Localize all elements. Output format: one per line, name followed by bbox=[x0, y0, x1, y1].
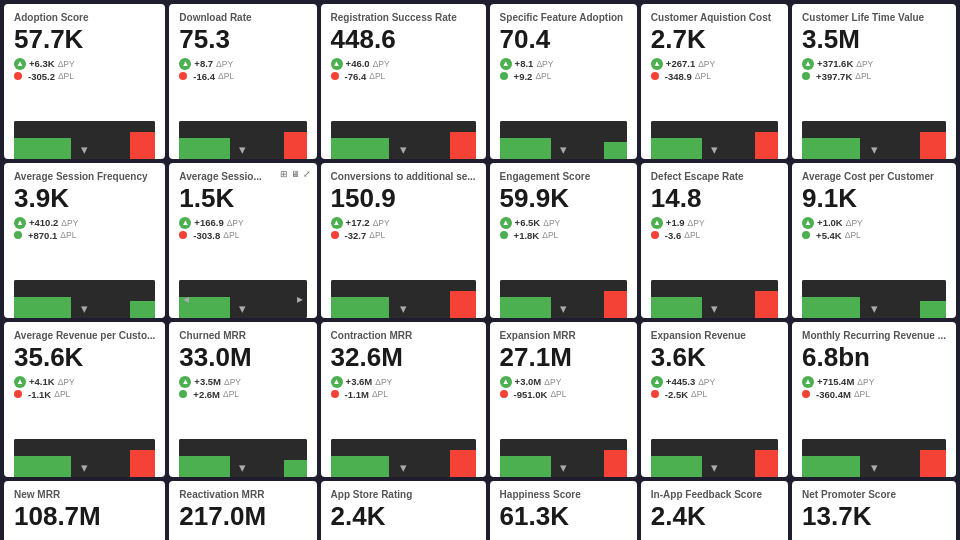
card-chart: ▾ bbox=[500, 121, 627, 159]
delta-py: ▲+17.2 ΔPY bbox=[331, 217, 476, 229]
card-value: 33.0M bbox=[179, 343, 306, 372]
delta-pl-value: -3.6 bbox=[665, 230, 681, 241]
metric-card[interactable]: Reactivation MRR217.0M bbox=[169, 481, 316, 540]
card-deltas: ▲+4.1K ΔPY-1.1K ΔPL bbox=[14, 376, 155, 400]
expand-icon[interactable]: ⤢ bbox=[303, 169, 311, 179]
delta-pl-red-icon bbox=[651, 72, 659, 80]
delta-green-icon: ▲ bbox=[14, 58, 26, 70]
metric-card[interactable]: Contraction MRR32.6M▲+3.6M ΔPY-1.1M ΔPL▾ bbox=[321, 322, 486, 477]
delta-py: ▲+1.9 ΔPY bbox=[651, 217, 778, 229]
dashboard-grid[interactable]: Adoption Score57.7K▲+6.3K ΔPY-305.2 ΔPL▾… bbox=[0, 0, 960, 540]
card-value: 75.3 bbox=[179, 25, 306, 54]
delta-pl-value: -32.7 bbox=[345, 230, 367, 241]
delta-pl-value: -1.1K bbox=[28, 389, 51, 400]
delta-py: ▲+3.5M ΔPY bbox=[179, 376, 306, 388]
delta-py-label: ΔPY bbox=[688, 218, 705, 228]
delta-pl-label: ΔPL bbox=[223, 389, 239, 399]
delta-py-label: ΔPY bbox=[373, 218, 390, 228]
delta-py-label: ΔPY bbox=[61, 218, 78, 228]
delta-green-icon: ▲ bbox=[802, 58, 814, 70]
metric-card[interactable]: Adoption Score57.7K▲+6.3K ΔPY-305.2 ΔPL▾ bbox=[4, 4, 165, 159]
card-title: Expansion MRR bbox=[500, 330, 627, 341]
card-chart: ▾ bbox=[500, 280, 627, 318]
card-chart: ▾ bbox=[14, 121, 155, 159]
delta-pl-label: ΔPL bbox=[535, 71, 551, 81]
delta-pl: -3.6 ΔPL bbox=[651, 230, 778, 241]
metric-card[interactable]: Happiness Score61.3K bbox=[490, 481, 637, 540]
card-chart: ▾ bbox=[651, 280, 778, 318]
card-value: 14.8 bbox=[651, 184, 778, 213]
delta-pl-value: -951.0K bbox=[514, 389, 548, 400]
delta-pl-red-icon bbox=[14, 72, 22, 80]
delta-pl-label: ΔPL bbox=[550, 389, 566, 399]
card-deltas: ▲+371.6K ΔPY+397.7K ΔPL bbox=[802, 58, 946, 82]
delta-py-label: ΔPY bbox=[857, 377, 874, 387]
delta-pl-label: ΔPL bbox=[369, 71, 385, 81]
delta-pl-red-icon bbox=[500, 390, 508, 398]
metric-card[interactable]: App Store Rating2.4K bbox=[321, 481, 486, 540]
monitor-icon[interactable]: 🖥 bbox=[291, 169, 300, 179]
card-title: Churned MRR bbox=[179, 330, 306, 341]
metric-card[interactable]: ⊞🖥⤢Average Sessio...1.5K▲+166.9 ΔPY-303.… bbox=[169, 163, 316, 318]
card-chart: ▾ bbox=[802, 121, 946, 159]
delta-pl-value: +870.1 bbox=[28, 230, 57, 241]
delta-py: ▲+6.3K ΔPY bbox=[14, 58, 155, 70]
card-deltas: ▲+8.7 ΔPY-16.4 ΔPL bbox=[179, 58, 306, 82]
card-deltas: ▲+3.6M ΔPY-1.1M ΔPL bbox=[331, 376, 476, 400]
delta-py: ▲+410.2 ΔPY bbox=[14, 217, 155, 229]
grid-icon[interactable]: ⊞ bbox=[280, 169, 288, 179]
metric-card[interactable]: Download Rate75.3▲+8.7 ΔPY-16.4 ΔPL▾ bbox=[169, 4, 316, 159]
metric-card[interactable]: Customer Life Time Value3.5M▲+371.6K ΔPY… bbox=[792, 4, 956, 159]
delta-py: ▲+46.0 ΔPY bbox=[331, 58, 476, 70]
delta-green-icon: ▲ bbox=[651, 58, 663, 70]
card-value: 32.6M bbox=[331, 343, 476, 372]
metric-card[interactable]: Average Cost per Customer9.1K▲+1.0K ΔPY+… bbox=[792, 163, 956, 318]
delta-py: ▲+166.9 ΔPY bbox=[179, 217, 306, 229]
delta-py-label: ΔPY bbox=[536, 59, 553, 69]
card-title: Customer Aquistion Cost bbox=[651, 12, 778, 23]
card-title: Defect Escape Rate bbox=[651, 171, 778, 182]
card-title: App Store Rating bbox=[331, 489, 476, 500]
delta-pl: -360.4M ΔPL bbox=[802, 389, 946, 400]
metric-card[interactable]: Expansion Revenue3.6K▲+445.3 ΔPY-2.5K ΔP… bbox=[641, 322, 788, 477]
metric-card[interactable]: Net Promoter Score13.7K bbox=[792, 481, 956, 540]
metric-card[interactable]: Defect Escape Rate14.8▲+1.9 ΔPY-3.6 ΔPL▾ bbox=[641, 163, 788, 318]
metric-card[interactable]: Conversions to additional se...150.9▲+17… bbox=[321, 163, 486, 318]
delta-py-value: +715.4M bbox=[817, 376, 854, 387]
delta-green-icon: ▲ bbox=[179, 376, 191, 388]
delta-py-value: +3.6M bbox=[346, 376, 373, 387]
delta-pl-label: ΔPL bbox=[695, 71, 711, 81]
card-title: Expansion Revenue bbox=[651, 330, 778, 341]
card-value: 6.8bn bbox=[802, 343, 946, 372]
delta-py-value: +6.3K bbox=[29, 58, 55, 69]
delta-py: ▲+3.6M ΔPY bbox=[331, 376, 476, 388]
metric-card[interactable]: Engagement Score59.9K▲+6.5K ΔPY+1.8K ΔPL… bbox=[490, 163, 637, 318]
metric-card[interactable]: Average Session Frequency3.9K▲+410.2 ΔPY… bbox=[4, 163, 165, 318]
delta-py-value: +267.1 bbox=[666, 58, 695, 69]
card-deltas: ▲+3.5M ΔPY+2.6M ΔPL bbox=[179, 376, 306, 400]
delta-pl-label: ΔPL bbox=[691, 389, 707, 399]
metric-card[interactable]: Specific Feature Adoption70.4▲+8.1 ΔPY+9… bbox=[490, 4, 637, 159]
delta-py-value: +46.0 bbox=[346, 58, 370, 69]
metric-card[interactable]: Average Revenue per Custo...35.6K▲+4.1K … bbox=[4, 322, 165, 477]
card-title: Average Revenue per Custo... bbox=[14, 330, 155, 341]
delta-pl-red-icon bbox=[331, 390, 339, 398]
metric-card[interactable]: New MRR108.7M bbox=[4, 481, 165, 540]
metric-card[interactable]: Monthly Recurring Revenue ...6.8bn▲+715.… bbox=[792, 322, 956, 477]
metric-card[interactable]: Churned MRR33.0M▲+3.5M ΔPY+2.6M ΔPL▾ bbox=[169, 322, 316, 477]
delta-pl: -76.4 ΔPL bbox=[331, 71, 476, 82]
card-deltas: ▲+1.9 ΔPY-3.6 ΔPL bbox=[651, 217, 778, 241]
card-value: 27.1M bbox=[500, 343, 627, 372]
card-title: Conversions to additional se... bbox=[331, 171, 476, 182]
card-value: 2.4K bbox=[651, 502, 778, 531]
card-chart: ▾ bbox=[331, 280, 476, 318]
metric-card[interactable]: Expansion MRR27.1M▲+3.0M ΔPY-951.0K ΔPL▾ bbox=[490, 322, 637, 477]
metric-card[interactable]: In-App Feedback Score2.4K bbox=[641, 481, 788, 540]
metric-card[interactable]: Registration Success Rate448.6▲+46.0 ΔPY… bbox=[321, 4, 486, 159]
card-deltas: ▲+46.0 ΔPY-76.4 ΔPL bbox=[331, 58, 476, 82]
delta-py-value: +8.7 bbox=[194, 58, 213, 69]
metric-card[interactable]: Customer Aquistion Cost2.7K▲+267.1 ΔPY-3… bbox=[641, 4, 788, 159]
delta-py-label: ΔPY bbox=[216, 59, 233, 69]
delta-pl: +1.8K ΔPL bbox=[500, 230, 627, 241]
delta-py: ▲+445.3 ΔPY bbox=[651, 376, 778, 388]
